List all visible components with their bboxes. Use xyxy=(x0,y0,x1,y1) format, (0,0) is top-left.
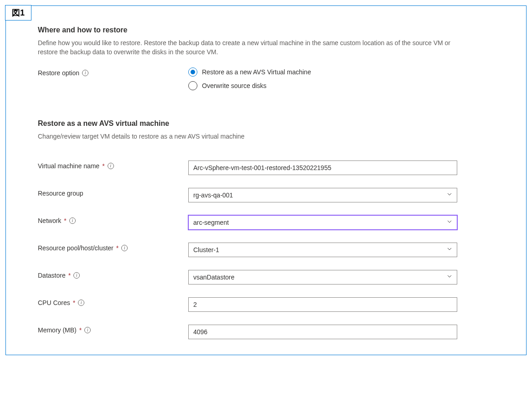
network-value: arc-segment xyxy=(193,219,229,226)
pool-value: Cluster-1 xyxy=(193,246,219,253)
chevron-down-icon xyxy=(447,274,452,280)
resource-group-dropdown[interactable]: rg-avs-qa-001 xyxy=(188,188,457,202)
info-icon[interactable]: i xyxy=(73,272,80,279)
network-dropdown[interactable]: arc-segment xyxy=(188,215,457,230)
row-network: Network * i arc-segment xyxy=(38,215,494,230)
row-resource-group: Resource group rg-avs-qa-001 xyxy=(38,188,494,202)
section-desc-where: Define how you would like to restore. Re… xyxy=(38,39,471,57)
info-icon[interactable]: i xyxy=(82,70,88,76)
network-text: Network xyxy=(38,217,61,224)
label-vm-name: Virtual machine name * i xyxy=(38,160,188,170)
section-heading-where: Where and how to restore xyxy=(38,26,494,34)
required-asterisk: * xyxy=(102,162,104,170)
row-cpu-cores: CPU Cores * i xyxy=(38,297,494,312)
section-desc-new-vm: Change/review target VM details to resto… xyxy=(38,132,471,141)
radio-circle-icon xyxy=(188,67,197,77)
label-datastore: Datastore * i xyxy=(38,270,188,279)
label-memory: Memory (MB) * i xyxy=(38,325,188,334)
chevron-down-icon xyxy=(447,219,452,226)
row-memory: Memory (MB) * i xyxy=(38,325,494,339)
info-icon[interactable]: i xyxy=(108,163,114,169)
info-icon[interactable]: i xyxy=(69,217,76,224)
required-asterisk: * xyxy=(68,272,71,279)
radio-new-label: Restore as a new AVS Virtual machine xyxy=(202,68,311,76)
resource-pool-dropdown[interactable]: Cluster-1 xyxy=(188,243,457,257)
restore-option-control: Restore as a new AVS Virtual machine Ove… xyxy=(188,67,457,90)
row-datastore: Datastore * i vsanDatastore xyxy=(38,270,494,285)
restore-option-text: Restore option xyxy=(38,69,79,77)
pool-text: Resource pool/host/cluster xyxy=(38,244,114,252)
label-cpu-cores: CPU Cores * i xyxy=(38,297,188,306)
radio-group-restore: Restore as a new AVS Virtual machine Ove… xyxy=(188,67,457,90)
label-resource-group: Resource group xyxy=(38,188,188,197)
chevron-down-icon xyxy=(447,246,452,253)
memory-input[interactable] xyxy=(188,325,457,339)
vm-name-input[interactable] xyxy=(188,160,457,175)
row-resource-pool: Resource pool/host/cluster * i Cluster-1 xyxy=(38,243,494,257)
datastore-text: Datastore xyxy=(38,272,66,279)
label-restore-option: Restore option i xyxy=(38,67,188,77)
cpu-cores-input[interactable] xyxy=(188,297,457,312)
radio-new-vm[interactable]: Restore as a new AVS Virtual machine xyxy=(188,67,457,77)
vm-name-text: Virtual machine name xyxy=(38,162,99,170)
required-asterisk: * xyxy=(116,244,119,252)
row-vm-name: Virtual machine name * i xyxy=(38,160,494,175)
info-icon[interactable]: i xyxy=(84,327,91,333)
radio-overwrite-disks[interactable]: Overwrite source disks xyxy=(188,81,457,90)
cpu-text: CPU Cores xyxy=(38,299,70,306)
info-icon[interactable]: i xyxy=(78,300,84,306)
rg-text: Resource group xyxy=(38,190,83,197)
label-resource-pool: Resource pool/host/cluster * i xyxy=(38,243,188,252)
datastore-dropdown[interactable]: vsanDatastore xyxy=(188,270,457,285)
datastore-value: vsanDatastore xyxy=(193,274,234,281)
figure-wrapper: 図1 Where and how to restore Define how y… xyxy=(5,5,527,355)
required-asterisk: * xyxy=(79,326,82,334)
rg-value: rg-avs-qa-001 xyxy=(193,191,233,199)
required-asterisk: * xyxy=(73,299,75,306)
section-heading-new-vm: Restore as a new AVS virtual machine xyxy=(38,119,494,128)
info-icon[interactable]: i xyxy=(121,245,128,251)
radio-overwrite-label: Overwrite source disks xyxy=(202,82,267,89)
label-network: Network * i xyxy=(38,215,188,224)
chevron-down-icon xyxy=(447,191,452,198)
row-restore-option: Restore option i Restore as a new AVS Vi… xyxy=(38,67,494,90)
required-asterisk: * xyxy=(64,217,66,224)
radio-circle-icon xyxy=(188,81,197,90)
memory-text: Memory (MB) xyxy=(38,326,77,334)
figure-tag: 図1 xyxy=(5,5,31,21)
restore-panel: Where and how to restore Define how you … xyxy=(5,5,527,355)
